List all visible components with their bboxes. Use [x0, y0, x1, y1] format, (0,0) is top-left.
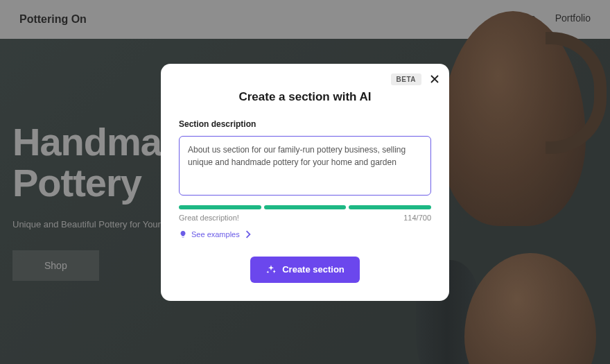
description-label: Section description: [179, 119, 431, 129]
chevron-right-icon: [244, 230, 252, 239]
strength-segment: [264, 205, 347, 209]
modal-title: Create a section with AI: [179, 90, 431, 104]
strength-segment: [349, 205, 431, 209]
beta-badge: BETA: [391, 73, 421, 85]
ai-section-modal: BETA Create a section with AI Section de…: [161, 64, 449, 301]
modal-top-bar: BETA: [391, 73, 439, 85]
close-icon[interactable]: [430, 74, 439, 84]
description-feedback-row: Great description! 114/700: [179, 214, 431, 222]
char-count: 114/700: [403, 214, 431, 222]
sparkles-icon: [265, 264, 277, 275]
feedback-text: Great description!: [179, 214, 239, 222]
see-examples-link[interactable]: See examples: [179, 230, 431, 239]
section-description-input[interactable]: [179, 136, 431, 196]
lightbulb-icon: [179, 230, 187, 239]
see-examples-label: See examples: [191, 230, 240, 239]
description-strength-meter: [179, 205, 431, 209]
create-section-button[interactable]: Create section: [250, 257, 360, 283]
create-section-label: Create section: [282, 264, 345, 275]
strength-segment: [179, 205, 261, 209]
